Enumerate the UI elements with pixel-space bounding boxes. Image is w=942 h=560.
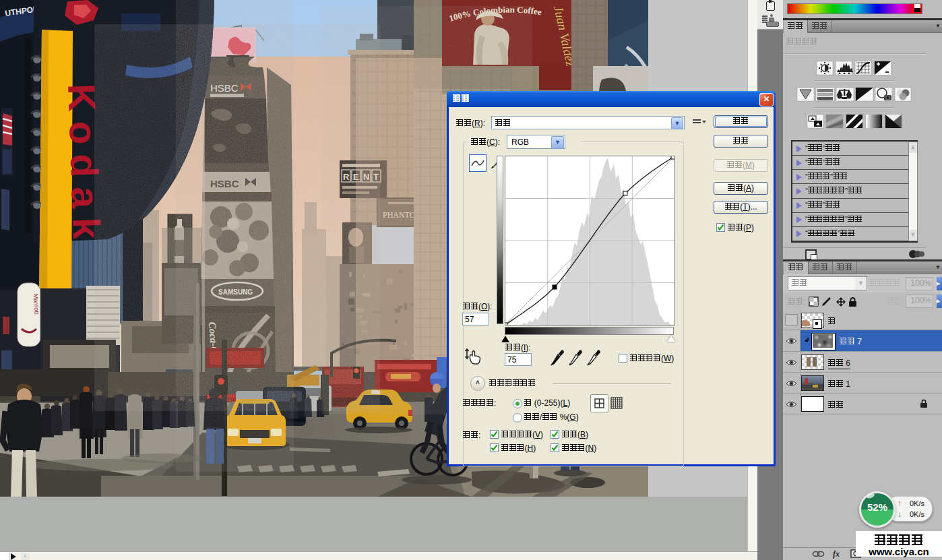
svg-text:fx: fx — [833, 549, 840, 559]
svg-text:Kodak: Kodak — [60, 83, 108, 249]
svg-text:Marriott: Marriott — [32, 294, 40, 315]
